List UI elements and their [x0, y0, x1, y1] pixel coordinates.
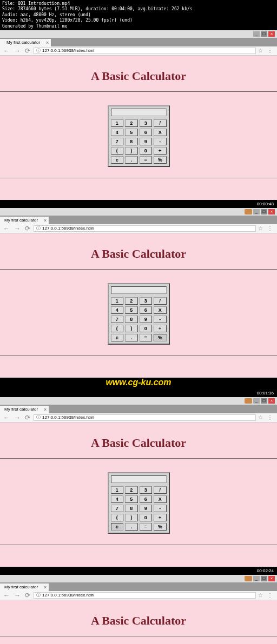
forward-icon[interactable]: →	[13, 225, 22, 232]
back-icon[interactable]: ←	[2, 592, 11, 599]
back-icon[interactable]: ←	[2, 414, 11, 421]
reload-icon[interactable]: ⟳	[24, 414, 31, 421]
bookmark-icon[interactable]: ☆	[258, 414, 263, 420]
close-icon[interactable]: ×	[268, 576, 275, 581]
browser-tab[interactable]: My first calculator ×	[0, 39, 51, 46]
calc-button-6[interactable]: 6	[140, 306, 153, 314]
calc-button-=[interactable]: =	[140, 334, 153, 341]
minimize-icon[interactable]: _	[253, 576, 260, 581]
reload-icon[interactable]: ⟳	[24, 225, 31, 232]
bookmark-icon[interactable]: ☆	[258, 592, 263, 598]
calc-button-/[interactable]: /	[154, 297, 167, 305]
maximize-icon[interactable]: □	[261, 398, 267, 404]
calc-display[interactable]	[111, 475, 167, 483]
menu-icon[interactable]: ⋮	[265, 48, 275, 53]
calc-button-0[interactable]: 0	[140, 514, 153, 521]
calc-button-9[interactable]: 9	[140, 505, 153, 512]
calc-button-X[interactable]: X	[154, 495, 167, 503]
calc-button-.[interactable]: .	[125, 156, 138, 164]
calc-button-7[interactable]: 7	[111, 316, 124, 323]
menu-icon[interactable]: ⋮	[265, 225, 275, 231]
maximize-icon[interactable]: □	[261, 209, 267, 214]
calc-button-3[interactable]: 3	[140, 297, 153, 305]
calc-button-8[interactable]: 8	[125, 138, 138, 145]
menu-icon[interactable]: ⋮	[265, 592, 275, 598]
calc-button-/[interactable]: /	[154, 486, 167, 494]
reload-icon[interactable]: ⟳	[24, 47, 31, 55]
calc-button-+[interactable]: +	[154, 325, 167, 332]
calc-button-1[interactable]: 1	[111, 119, 124, 127]
calc-button-)[interactable]: )	[125, 514, 138, 521]
calc-button-2[interactable]: 2	[125, 486, 138, 494]
calc-button-2[interactable]: 2	[125, 297, 138, 305]
calc-button-)[interactable]: )	[125, 325, 138, 332]
calc-button-4[interactable]: 4	[111, 129, 124, 136]
calc-button-6[interactable]: 6	[140, 129, 153, 136]
calc-button-)[interactable]: )	[125, 147, 138, 155]
calc-button-4[interactable]: 4	[111, 306, 124, 314]
calc-button--[interactable]: -	[154, 138, 167, 145]
close-icon[interactable]: ×	[268, 398, 275, 404]
calc-button-c[interactable]: c	[111, 334, 124, 341]
calc-button-=[interactable]: =	[140, 523, 153, 531]
calc-button-=[interactable]: =	[140, 156, 153, 164]
calc-button-X[interactable]: X	[154, 306, 167, 314]
calc-button-7[interactable]: 7	[111, 505, 124, 512]
minimize-icon[interactable]: _	[253, 31, 260, 37]
maximize-icon[interactable]: □	[261, 576, 267, 581]
tab-close-icon[interactable]: ×	[44, 218, 47, 223]
browser-tab[interactable]: My first calculator ×	[0, 217, 49, 224]
calc-button-3[interactable]: 3	[140, 486, 153, 494]
bookmark-icon[interactable]: ☆	[258, 225, 263, 231]
close-icon[interactable]: ×	[268, 31, 275, 37]
calc-button-.[interactable]: .	[125, 334, 138, 341]
calc-button-9[interactable]: 9	[140, 316, 153, 323]
back-icon[interactable]: ←	[2, 225, 11, 232]
calc-button-7[interactable]: 7	[111, 138, 124, 145]
calc-button--[interactable]: -	[154, 316, 167, 323]
url-field[interactable]: ⓘ 127.0.0.1:56938/index.html	[34, 592, 256, 599]
calc-button-3[interactable]: 3	[140, 119, 153, 127]
calc-button-1[interactable]: 1	[111, 297, 124, 305]
minimize-icon[interactable]: _	[253, 209, 260, 214]
user-icon[interactable]	[245, 398, 252, 404]
forward-icon[interactable]: →	[13, 592, 22, 599]
minimize-icon[interactable]: _	[253, 398, 260, 404]
calc-button-0[interactable]: 0	[140, 325, 153, 332]
url-field[interactable]: ⓘ 127.0.0.1:56938/index.html	[34, 414, 256, 421]
calc-button-.[interactable]: .	[125, 523, 138, 531]
back-icon[interactable]: ←	[2, 47, 11, 55]
forward-icon[interactable]: →	[13, 47, 22, 55]
calc-button-8[interactable]: 8	[125, 316, 138, 323]
tab-close-icon[interactable]: ×	[44, 407, 47, 412]
calc-display[interactable]	[111, 286, 167, 294]
calc-button-%[interactable]: %	[154, 334, 167, 341]
browser-tab[interactable]: My first calculator ×	[0, 583, 49, 591]
close-icon[interactable]: ×	[268, 209, 275, 214]
calc-button-6[interactable]: 6	[140, 495, 153, 503]
calc-button-+[interactable]: +	[154, 147, 167, 155]
url-field[interactable]: ⓘ 127.0.0.1:56938/index.html	[34, 225, 256, 232]
calc-button-%[interactable]: %	[154, 156, 167, 164]
menu-icon[interactable]: ⋮	[265, 414, 275, 420]
calc-button-1[interactable]: 1	[111, 486, 124, 494]
calc-button-2[interactable]: 2	[125, 119, 138, 127]
tab-close-icon[interactable]: ×	[44, 585, 47, 590]
user-icon[interactable]	[245, 209, 252, 214]
calc-button-c[interactable]: c	[111, 523, 124, 531]
calc-button-5[interactable]: 5	[125, 495, 138, 503]
calc-button-8[interactable]: 8	[125, 505, 138, 512]
calc-button-9[interactable]: 9	[140, 138, 153, 145]
calc-button-%[interactable]: %	[154, 523, 167, 531]
calc-button-X[interactable]: X	[154, 129, 167, 136]
reload-icon[interactable]: ⟳	[24, 592, 31, 599]
calc-button-+[interactable]: +	[154, 514, 167, 521]
calc-button-5[interactable]: 5	[125, 129, 138, 136]
tab-close-icon[interactable]: ×	[46, 40, 49, 45]
calc-button-/[interactable]: /	[154, 119, 167, 127]
forward-icon[interactable]: →	[13, 414, 22, 421]
bookmark-icon[interactable]: ☆	[258, 48, 263, 53]
calc-button-0[interactable]: 0	[140, 147, 153, 155]
calc-button-([interactable]: (	[111, 147, 124, 155]
calc-button-5[interactable]: 5	[125, 306, 138, 314]
